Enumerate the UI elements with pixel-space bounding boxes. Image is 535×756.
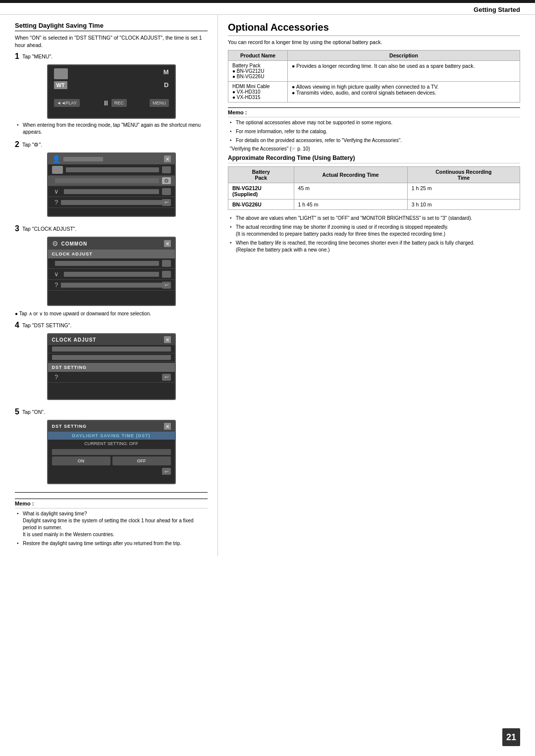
screen3-clock-adjust-row: CLOCK ADJUST <box>48 250 175 258</box>
screen2-row3: ∨ <box>48 186 175 197</box>
screen2-row4: ? ↩ <box>48 197 175 208</box>
screen1-rec-group: ⏸ REC <box>103 99 127 107</box>
screen4-ca-bar: CLOCK ADJUST ✕ <box>48 334 175 345</box>
screen4-dst-row: DST SETTING <box>48 363 175 372</box>
table2-row1-pack: BN-VG212U(Supplied) <box>228 183 294 200</box>
intro-text: When "ON" is selected in "DST SETTING" o… <box>15 34 208 49</box>
right-memo-1: The optional accessories above may not b… <box>228 119 520 126</box>
screen2-row1 <box>48 164 175 176</box>
screen2-row4-question: ? <box>52 199 61 206</box>
left-memo-title: Memo : <box>15 499 208 508</box>
screen2-row3-chevron: ∨ <box>52 188 61 195</box>
screen2-topbar: 👤 ✕ <box>48 153 175 164</box>
screen3-row4-back: ↩ <box>162 282 171 289</box>
right-memo-title: Memo : <box>228 107 520 117</box>
step-1-note: When entering from the recording mode, t… <box>15 122 208 136</box>
step-4: 4 Tap "DST SETTING". CLOCK ADJUST ✕ <box>15 321 208 403</box>
step-4-num: 4 <box>15 321 19 329</box>
screen2-row1-bar <box>66 167 159 172</box>
screen4-row2 <box>48 353 175 362</box>
screen1-d-label: D <box>164 81 168 89</box>
screen3-row4: ? ↩ <box>48 280 175 291</box>
screen2-row4-back: ↩ <box>162 199 171 206</box>
table2-note-3: When the battery life is reached, the re… <box>228 240 520 253</box>
screen2-row4-bar <box>61 200 162 205</box>
table2-header-continuous: Continuous RecordingTime <box>407 167 520 183</box>
table1-row2-product: HDMI Mini Cable● VX-HD310● VX-HD315 <box>228 82 288 102</box>
screen3-row3-bar <box>64 272 159 277</box>
screen3-row3-chevron: ∨ <box>52 270 61 278</box>
screen5-off-btn[interactable]: OFF <box>112 456 171 465</box>
screen2-row1-right <box>162 166 171 173</box>
section-title-dst: Setting Daylight Saving Time <box>15 22 208 31</box>
header: Getting Started <box>0 3 535 15</box>
optional-intro: You can record for a longer time by usin… <box>228 39 520 45</box>
screen1-bottom: ◄◄PLAY ⏸ REC MENU <box>48 89 175 110</box>
screen4-back-icon: ↩ <box>162 374 171 381</box>
left-memo-bullet-1: What is daylight saving time?Daylight sa… <box>15 510 208 538</box>
step-5-num: 5 <box>15 408 19 416</box>
screen3-row4-question: ? <box>52 281 61 289</box>
screen4-bottom-row: ? ↩ <box>48 372 175 383</box>
screen2-row3-bar <box>64 189 159 194</box>
table2-row1-continuous: 1 h 25 m <box>407 183 520 200</box>
step-5-text: Tap "ON". <box>22 408 208 415</box>
screen2-row3-right <box>162 188 171 195</box>
screen2-row1-icon <box>52 166 63 174</box>
step-2-text: Tap "⚙". <box>22 141 208 148</box>
screen2-close-icon: ✕ <box>164 155 171 162</box>
screen-mockup-1: M WT D ◄◄PLAY ⏸ REC MENU <box>47 64 176 119</box>
left-column: Setting Daylight Saving Time When "ON" i… <box>0 15 218 556</box>
right-memo-2: For more information, refer to the catal… <box>228 128 520 135</box>
screen-mockup-5: DST SETTING ✕ DAYLIGHT SAVING TIME (DST)… <box>47 420 176 484</box>
left-memo: Memo : What is daylight saving time?Dayl… <box>15 492 208 547</box>
recording-time-table: BatteryPack Actual Recording Time Contin… <box>228 166 520 210</box>
screen4-ca-label: CLOCK ADJUST <box>52 337 97 343</box>
screen3-row2-right <box>162 260 171 267</box>
screen5-on-btn[interactable]: ON <box>52 456 110 465</box>
screen3-gear-icon: ⚙ <box>52 240 58 248</box>
table1-row2-description: ● Allows viewing in high picture quality… <box>288 82 520 102</box>
table2-row2-actual: 1 h 45 m <box>294 200 407 210</box>
left-memo-bullet-2: Restore the daylight saving time setting… <box>15 540 208 547</box>
screen5-subtitle: DAYLIGHT SAVING TIME (DST) <box>48 432 175 440</box>
table2-header-actual: Actual Recording Time <box>294 167 407 183</box>
step-3-num: 3 <box>15 225 19 233</box>
table2-row-1: BN-VG212U(Supplied) 45 m 1 h 25 m <box>228 183 520 200</box>
screen5-dots-bar <box>52 449 171 455</box>
table1-header-description: Description <box>288 50 520 61</box>
screen1-wt-label: WT <box>54 81 67 89</box>
screen2-person-icon: 👤 <box>52 155 60 163</box>
screen3-common-bar: ⚙ COMMON ✕ <box>48 238 175 250</box>
screen1-m-label: M <box>163 68 169 79</box>
screen-mockup-2: 👤 ✕ <box>47 152 176 217</box>
accessories-table: Product Name Description Battery Pack● B… <box>228 50 520 102</box>
table2-row-2: BN-VG226U 1 h 45 m 3 h 10 m <box>228 200 520 210</box>
screen2-row2-bar <box>55 178 159 183</box>
step-1: 1 Tap "MENU". M WT D ◄◄PLAY <box>15 52 208 136</box>
screen4-row1-bar <box>52 347 171 352</box>
screen2-row2: ⚙ <box>48 176 175 186</box>
table1-row-2: HDMI Mini Cable● VX-HD310● VX-HD315 ● Al… <box>228 82 520 102</box>
right-memo-4: "Verifying the Accessories" (☞ p. 10) <box>230 146 520 151</box>
table1-row1-product: Battery Pack● BN-VG212U● BN-VG226U <box>228 61 288 82</box>
step-3-text: Tap "CLOCK ADJUST". <box>22 225 208 232</box>
screen1-top: M <box>48 65 175 81</box>
screen3-close-icon: ✕ <box>164 240 171 247</box>
table2-note-2: The actual recording time may be shorter… <box>228 224 520 238</box>
screen3-row4-bar <box>61 283 162 288</box>
step-1-text: Tap "MENU". <box>22 52 208 59</box>
page-container: Getting Started Setting Daylight Saving … <box>0 0 535 756</box>
screen5-dst-bar: DST SETTING ✕ <box>48 421 175 432</box>
screen5-buttons: ON OFF <box>52 456 171 465</box>
table2-note-1: The above are values when "LIGHT" is set… <box>228 215 520 222</box>
optional-title: Optional Accessories <box>228 22 520 36</box>
step-4-text: Tap "DST SETTING". <box>22 321 208 328</box>
step-1-num: 1 <box>15 52 19 60</box>
screen4-row2-bar <box>52 355 171 360</box>
screen-mockup-3: ⚙ COMMON ✕ CLOCK ADJUST <box>47 237 176 306</box>
screen3-row3: ∨ <box>48 269 175 280</box>
screen1-play-btn: ◄◄PLAY <box>54 99 80 107</box>
screen4-row1 <box>48 345 175 353</box>
screen5-back-icon: ↩ <box>162 468 171 475</box>
